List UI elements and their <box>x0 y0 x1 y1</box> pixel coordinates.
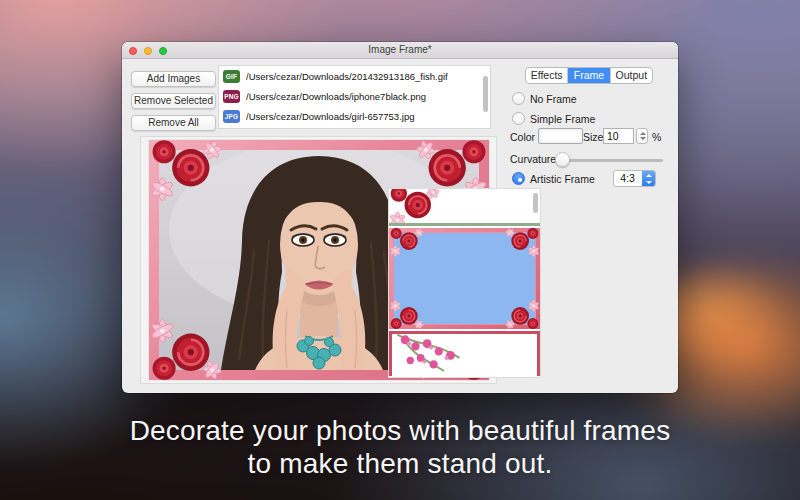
add-images-button[interactable]: Add Images <box>131 71 216 87</box>
thumbnail-scrollbar[interactable] <box>533 193 538 213</box>
remove-selected-button[interactable]: Remove Selected <box>131 93 216 109</box>
dropdown-arrows-icon[interactable] <box>642 171 655 186</box>
remove-all-button[interactable]: Remove All <box>131 115 216 131</box>
rose-cluster-icon <box>389 294 430 329</box>
curvature-label: Curvature <box>510 153 556 165</box>
artistic-frame-label: Artistic Frame <box>530 173 595 185</box>
rose-cluster-icon <box>499 228 540 263</box>
window-title: Image Frame* <box>122 44 678 55</box>
tab-frame[interactable]: Frame <box>568 68 610 83</box>
curvature-slider-track[interactable] <box>560 159 663 162</box>
radio-icon[interactable] <box>512 92 525 105</box>
caption-line-2: to make them stand out. <box>0 447 800 480</box>
frame-thumbnail[interactable] <box>389 189 540 226</box>
mode-tabs: Effects Frame Output <box>525 67 653 84</box>
titlebar[interactable]: Image Frame* <box>122 42 678 59</box>
jpg-badge-icon: JPG <box>223 110 240 123</box>
file-path: /Users/cezar/Downloads/girl-657753.jpg <box>246 111 414 122</box>
tab-output[interactable]: Output <box>611 68 652 83</box>
pink-branch-icon <box>392 332 470 376</box>
file-path: /Users/cezar/Downloads/201432913186_fish… <box>246 71 448 82</box>
simple-frame-option[interactable]: Simple Frame <box>512 112 595 125</box>
rose-cluster-icon <box>389 228 430 263</box>
file-list-scrollbar[interactable] <box>483 76 488 112</box>
size-stepper[interactable] <box>636 128 648 144</box>
size-input[interactable] <box>603 128 634 144</box>
rose-cluster-icon <box>499 294 540 329</box>
aspect-ratio-value: 4:3 <box>614 172 641 184</box>
file-row[interactable]: GIF /Users/cezar/Downloads/201432913186_… <box>219 66 490 86</box>
radio-icon[interactable] <box>512 112 525 125</box>
color-well[interactable] <box>538 128 583 144</box>
radio-selected-icon[interactable] <box>512 172 525 185</box>
curvature-slider-knob[interactable] <box>555 152 570 167</box>
aspect-ratio-dropdown[interactable]: 4:3 <box>613 170 656 187</box>
file-row[interactable]: PNG /Users/cezar/Downloads/iphone7black.… <box>219 86 490 106</box>
gif-badge-icon: GIF <box>223 70 240 83</box>
percent-label: % <box>652 131 661 143</box>
frame-thumbnail-selected[interactable] <box>389 228 540 329</box>
file-list[interactable]: GIF /Users/cezar/Downloads/201432913186_… <box>218 65 491 129</box>
caption-line-1: Decorate your photos with beautiful fram… <box>0 414 800 447</box>
no-frame-label: No Frame <box>530 93 577 105</box>
rose-cluster-icon <box>389 189 455 226</box>
simple-frame-label: Simple Frame <box>530 113 595 125</box>
frame-thumbnail-list[interactable] <box>388 188 541 378</box>
color-label: Color <box>510 131 535 143</box>
file-row[interactable]: JPG /Users/cezar/Downloads/girl-657753.j… <box>219 106 490 126</box>
marketing-caption: Decorate your photos with beautiful fram… <box>0 414 800 480</box>
frame-thumbnail[interactable] <box>389 331 540 376</box>
artistic-frame-option[interactable]: Artistic Frame <box>512 172 595 185</box>
size-label: Size <box>583 131 603 143</box>
file-path: /Users/cezar/Downloads/iphone7black.png <box>246 91 426 102</box>
png-badge-icon: PNG <box>223 90 240 103</box>
app-window: Image Frame* Add Images Remove Selected … <box>122 42 678 393</box>
no-frame-option[interactable]: No Frame <box>512 92 577 105</box>
tab-effects[interactable]: Effects <box>526 68 568 83</box>
